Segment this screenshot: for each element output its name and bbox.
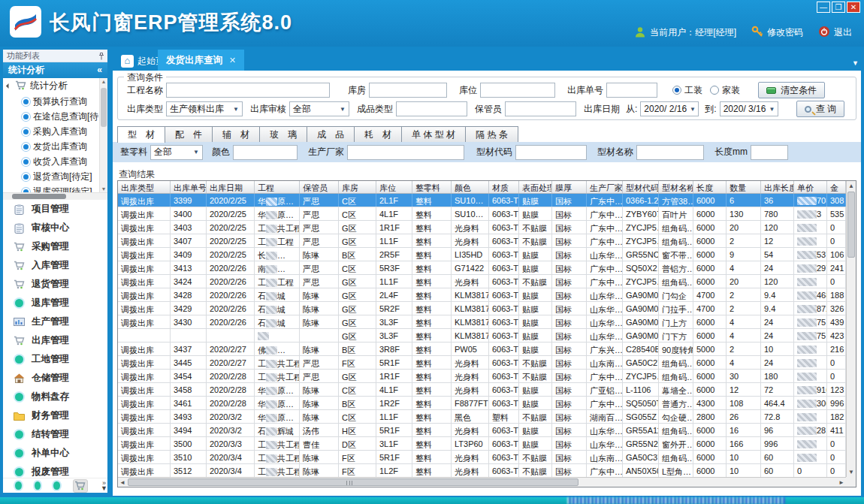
column-header-颜色[interactable]: 颜色 — [452, 181, 489, 193]
search-button[interactable]: 查 询 — [796, 101, 844, 117]
sidebar-item-结转管理[interactable]: 结转管理 — [3, 425, 107, 444]
table-row[interactable]: 调拨出库34452020/2/27工共工程严思F区5R1F整料光身料6063-T… — [118, 356, 846, 370]
table-row[interactable]: G区3L3F整料KLM38176063-T5贴膜国标山东华…GA90M09.门下… — [118, 329, 846, 343]
sidebar-item-项目管理[interactable]: 项目管理 — [3, 200, 107, 219]
tree-item-收货入库查询[interactable]: 收货入库查询 — [3, 154, 99, 169]
date-to-select[interactable]: 2020/ 3/16▼ — [720, 101, 778, 116]
whole-piece-select[interactable]: 全部▼ — [150, 145, 203, 160]
radio-selected-icon[interactable] — [672, 86, 681, 95]
column-header-保管员[interactable]: 保管员 — [300, 181, 339, 193]
column-header-工程[interactable]: 工程 — [255, 181, 300, 193]
column-header-出库单号[interactable]: 出库单号 — [171, 181, 207, 193]
scroll-right-icon[interactable]: ► — [838, 479, 844, 486]
sidebar-item-采购管理[interactable]: 采购管理 — [3, 237, 107, 256]
tree-item-在途信息查询[待[interactable]: 在途信息查询[待 — [3, 109, 99, 124]
table-vertical-scrollbar[interactable]: ▲ ▼ — [846, 181, 856, 477]
close-button[interactable]: ✕ — [847, 2, 860, 13]
logout-button[interactable]: 退出 — [818, 26, 852, 40]
tree-vertical-scrollbar[interactable]: ▲ ▼ — [99, 78, 107, 192]
tree-root[interactable]: 统计分析 — [3, 78, 99, 94]
scroll-up-icon[interactable]: ▲ — [100, 79, 107, 84]
material-tab-型材[interactable]: 型 材 — [117, 126, 165, 143]
table-row[interactable]: 调拨出库35102020/3/4工共工程陈琳F区5R1F整料光身料6063-T5… — [118, 451, 846, 464]
table-horizontal-scrollbar[interactable]: ◄ ► — [118, 477, 846, 487]
tab-overflow-icon[interactable]: ▼ — [852, 59, 859, 67]
sidebar-item-仓储管理[interactable]: 仓储管理 — [3, 369, 107, 388]
table-row[interactable]: 调拨出库34072020/2/25工工程严思G区1L1F整料光身料6063-T5… — [118, 234, 846, 248]
length-input[interactable] — [751, 145, 788, 160]
column-header-整零料[interactable]: 整零料 — [412, 181, 452, 193]
column-header-库房[interactable]: 库房 — [339, 181, 376, 193]
minimize-button[interactable]: — — [817, 2, 830, 13]
more-modules-button[interactable]: »▼ — [101, 481, 107, 491]
scroll-thumb[interactable] — [12, 194, 66, 199]
column-header-膜厚[interactable]: 膜厚 — [552, 181, 587, 193]
tree-expander-icon[interactable] — [6, 83, 11, 89]
scroll-thumb[interactable] — [847, 192, 855, 258]
tab-close-icon[interactable]: ✕ — [229, 56, 236, 65]
column-header-出库日期[interactable]: 出库日期 — [207, 181, 255, 193]
table-row[interactable]: 调拨出库35002020/3/3工共工程曹佳D区3L1F整料LT3P606063… — [118, 437, 846, 451]
sidebar-item-退库管理[interactable]: 退库管理 — [3, 294, 107, 312]
material-tab-玻璃[interactable]: 玻 璃 — [259, 126, 307, 142]
tree-item-采购入库查询[interactable]: 采购入库查询 — [3, 124, 99, 139]
column-header-出库长度[interactable]: 出库长度 — [761, 181, 794, 193]
collapse-icon[interactable]: « — [97, 62, 102, 78]
column-header-长度[interactable]: 长度 — [693, 181, 727, 193]
table-row[interactable]: 调拨出库34542020/2/28工共工程严思G区1R1F整料光身料6063-T… — [118, 370, 846, 383]
material-tab-单体型材[interactable]: 单 体 型 材 — [401, 126, 466, 142]
table-row[interactable]: 调拨出库34002020/2/25华原…严思C区4L1F整料SU10…6063-… — [118, 207, 846, 221]
tree-item-退库管理[待定][interactable]: 退库管理[待定] — [3, 184, 99, 192]
tab-shipping-outbound-query[interactable]: 发货出库查询 ✕ — [158, 50, 244, 71]
sidebar-item-工地管理[interactable]: 工地管理 — [3, 350, 107, 369]
table-row[interactable]: 调拨出库34292020/2/26石城陈琳G区5R2F整料KLM38176063… — [118, 302, 846, 315]
table-row[interactable]: 调拨出库34372020/2/27佛…陈琳B区3R8F整料PW056063-T5… — [118, 343, 846, 356]
sidebar-item-生产管理[interactable]: 生产管理 — [3, 312, 107, 331]
outbound-type-select[interactable]: 生产领料出库▼ — [166, 101, 243, 116]
sidebar-item-物料盘存[interactable]: 物料盘存 — [3, 388, 107, 406]
manufacturer-input[interactable] — [347, 145, 464, 160]
table-row[interactable]: 调拨出库34932020/3/2华原…陈琳C区1L1F整料黑色塑料不贴膜国标湖南… — [118, 410, 846, 424]
warehouse-input[interactable] — [369, 83, 447, 98]
scroll-up-icon[interactable]: ▲ — [847, 183, 856, 189]
table-row[interactable]: 调拨出库34302020/2/26石城陈琳G区3L3F整料KLM38176063… — [118, 315, 846, 329]
change-password-link[interactable]: 修改密码 — [751, 26, 803, 40]
scroll-thumb[interactable] — [101, 88, 107, 127]
module-dot-icon[interactable] — [15, 481, 22, 490]
date-from-select[interactable]: 2020/ 2/16▼ — [640, 101, 699, 116]
clear-conditions-button[interactable]: 清空条件 — [758, 82, 825, 98]
column-header-型材代码[interactable]: 型材代码 — [623, 181, 659, 193]
material-tab-配件[interactable]: 配 件 — [165, 126, 213, 142]
tree-horizontal-scrollbar[interactable] — [3, 192, 107, 200]
table-row[interactable]: 调拨出库34032020/2/25工共工程严思G区1R1F整料光身料6063-T… — [118, 221, 846, 234]
table-row[interactable]: 调拨出库34242020/2/26工工程严思G区1L1F整料光身料6063-T5… — [118, 275, 846, 288]
location-input[interactable] — [480, 83, 555, 98]
sidebar-item-审核中心[interactable]: 审核中心 — [3, 219, 107, 237]
table-row[interactable]: 调拨出库34582020/2/28华原…陈琳C区4L1F整料光身料6063-T5… — [118, 383, 846, 397]
radio-home-option[interactable]: 家装 — [710, 84, 740, 97]
scroll-thumb[interactable] — [128, 478, 579, 486]
sidebar-item-出库管理[interactable]: 出库管理 — [3, 331, 107, 350]
scroll-down-icon[interactable]: ▼ — [847, 469, 856, 475]
column-header-型材名称[interactable]: 型材名称 — [659, 181, 693, 193]
table-row[interactable]: 调拨出库35122020/3/4工共工程陈琳F区1L2F整料光身料6063-T5… — [118, 464, 846, 477]
pin-icon[interactable] — [98, 51, 104, 63]
color-input[interactable] — [233, 145, 298, 160]
product-type-input[interactable] — [396, 101, 467, 116]
maximize-button[interactable]: ❐ — [832, 2, 845, 13]
table-row[interactable]: 调拨出库34612020/2/28华原…陈琳B区1R2F整料F8877FT606… — [118, 397, 846, 410]
outbound-audit-select[interactable]: 全部▼ — [289, 101, 349, 116]
column-header-生产厂家[interactable]: 生产厂家 — [587, 181, 623, 193]
tree-item-发货出库查询[interactable]: 发货出库查询 — [3, 139, 99, 154]
radio-icon[interactable] — [710, 86, 719, 95]
column-header-数量[interactable]: 数量 — [727, 181, 761, 193]
table-row[interactable]: 调拨出库34942020/3/2石辉城汤伟H区5R1F整料光身料6063-T5贴… — [118, 424, 846, 437]
sidebar-item-补单中心[interactable]: 补单中心 — [3, 444, 107, 463]
material-tab-辅材[interactable]: 辅 材 — [212, 126, 260, 142]
project-name-input[interactable] — [166, 83, 330, 98]
order-no-input[interactable] — [606, 83, 657, 98]
material-tab-隔热条[interactable]: 隔 热 条 — [465, 126, 518, 142]
sidebar-item-入库管理[interactable]: 入库管理 — [3, 256, 107, 275]
column-header-单价[interactable]: 单价 — [794, 181, 827, 193]
column-header-表面处理[interactable]: 表面处理 — [519, 181, 552, 193]
